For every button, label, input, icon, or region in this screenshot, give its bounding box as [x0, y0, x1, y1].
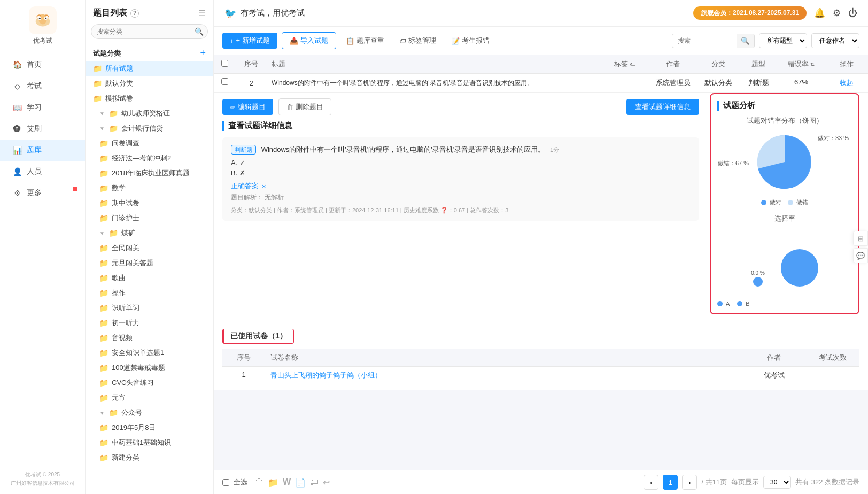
folder-icon: 📁	[99, 289, 108, 297]
cat-item[interactable]: ▼📁幼儿教师资格证	[86, 106, 213, 121]
logo-area: 优考试	[29, 6, 57, 45]
sidebar-item-ai[interactable]: 🅐 艾刷	[0, 118, 85, 140]
cat-item[interactable]: 📁2019年5月8日	[86, 420, 213, 435]
cat-item[interactable]: 📁元宵	[86, 390, 213, 405]
sidebar-item-library[interactable]: 📊 题库	[0, 140, 85, 161]
cat-item[interactable]: 📁期中试卷	[86, 196, 213, 211]
type-filter[interactable]: 所有题型	[759, 33, 807, 48]
select-all-checkbox[interactable]	[221, 60, 228, 67]
cat-item[interactable]: 📁经济法—考前冲刺2	[86, 151, 213, 166]
add-question-button[interactable]: + + 新增试题	[222, 33, 277, 49]
cat-item[interactable]: 📁音视频	[86, 330, 213, 345]
sidebar-item-more[interactable]: ⚙ 更多	[0, 182, 85, 204]
folder-icon: 📁	[99, 259, 108, 267]
add-cat-btn[interactable]: +	[200, 48, 206, 59]
cat-item[interactable]: 📁模拟试卷	[86, 91, 213, 106]
cat-item[interactable]: 📁数学	[86, 181, 213, 196]
export-btn[interactable]: 📄	[295, 477, 306, 488]
cat-item[interactable]: 📁安全知识单选题1	[86, 345, 213, 360]
cat-label: 全民闯关	[112, 243, 140, 253]
cat-label: 公众号	[121, 408, 142, 418]
app-logo-icon: 🐦	[224, 7, 236, 19]
cat-item[interactable]: ▼📁会计银行信贷	[86, 121, 213, 136]
edit-icon: ✏	[230, 103, 236, 111]
row-op: 收起	[825, 78, 868, 88]
sidebar-item-people[interactable]: 👤 人员	[0, 161, 85, 182]
sidebar-item-study[interactable]: 📖 学习	[0, 97, 85, 118]
folder-icon: 📁	[109, 408, 118, 417]
ai-icon: 🅐	[12, 124, 22, 134]
legend-a-dot	[717, 301, 723, 306]
row-title: Windows的附件中有一个叫'录音机'的程序，通过电脑的'录音机'录音是语音识…	[267, 78, 601, 88]
cat-item[interactable]: ▼📁煤矿	[86, 226, 213, 241]
notification-button[interactable]: 🔔	[814, 7, 825, 19]
delete-selected-btn[interactable]: 🗑	[255, 477, 264, 487]
answer-link[interactable]: 正确答案	[231, 181, 259, 191]
bubble-a	[781, 249, 818, 287]
category-title: 题目列表 ?	[93, 7, 139, 19]
folder-icon: 📁	[93, 94, 102, 103]
per-page-select[interactable]: 30	[763, 476, 791, 489]
people-icon: 👤	[12, 166, 22, 177]
collapse-button[interactable]: 收起	[840, 78, 854, 88]
cat-item[interactable]: 📁CVC头音练习	[86, 375, 213, 390]
dedup-button[interactable]: 📋 题库查重	[340, 33, 390, 49]
cat-item[interactable]: 📁歌曲	[86, 271, 213, 285]
col-check-header	[214, 60, 235, 68]
col-author-header: 作者	[649, 59, 697, 69]
u-col-author-header: 作者	[742, 353, 806, 362]
search-input[interactable]	[672, 34, 737, 47]
cat-item[interactable]: 📁门诊护士	[86, 211, 213, 226]
add-category-button[interactable]: ☰	[198, 8, 206, 18]
bottom-select-all[interactable]	[222, 479, 229, 486]
cat-item[interactable]: 📁所有试题	[86, 61, 213, 76]
cat-item[interactable]: 📁操作	[86, 285, 213, 300]
tag-selected-btn[interactable]: 🏷	[310, 477, 319, 487]
sidebar-item-home[interactable]: 🏠 首页	[0, 54, 85, 75]
delete-question-button[interactable]: 🗑 删除题目	[278, 98, 331, 115]
used-exams-section: 已使用试卷（1） 序号 试卷名称 作者 考试次数 1 青山头上飞翔的鸽子鸽子鸽（…	[214, 323, 868, 390]
folder-icon: 📁	[99, 334, 108, 342]
cat-item[interactable]: ▼📁公众号	[86, 405, 213, 420]
word-btn[interactable]: W	[283, 477, 291, 487]
sort-icon[interactable]: ⇅	[810, 61, 815, 67]
category-search-icon-btn[interactable]: 🔍	[195, 27, 204, 36]
category-list: 📁所有试题📁默认分类📁模拟试卷▼📁幼儿教师资格证▼📁会计银行信贷📁问卷调查📁经济…	[86, 61, 213, 465]
svg-point-4	[38, 18, 40, 19]
info-icon[interactable]: ?	[130, 9, 139, 18]
row-checkbox[interactable]	[221, 78, 228, 85]
cat-item[interactable]: 📁2018年临床执业医师真题	[86, 166, 213, 181]
cat-item[interactable]: 📁全民闯关	[86, 241, 213, 256]
next-page-btn[interactable]: ›	[682, 475, 697, 490]
tag-button[interactable]: 🏷 标签管理	[394, 33, 441, 49]
pie-chart-title: 试题对错率分布（饼图）	[717, 116, 852, 126]
page-1-btn[interactable]: 1	[663, 475, 678, 490]
search-button[interactable]: 🔍	[737, 34, 754, 48]
sidebar-item-exam[interactable]: ◇ 考试	[0, 75, 85, 97]
move-btn[interactable]: 📁	[268, 477, 278, 488]
edit-question-button[interactable]: ✏ 编辑题目	[222, 99, 273, 115]
author-filter[interactable]: 任意作者	[811, 33, 859, 48]
detail-action-bar: ✏ 编辑题目 🗑 删除题目 查看试题详细信息	[222, 93, 699, 121]
cat-item[interactable]: 📁初一听力	[86, 315, 213, 330]
cat-item[interactable]: 📁新建分类	[86, 450, 213, 465]
settings-button[interactable]: ⚙	[833, 7, 841, 19]
cat-item[interactable]: 📁元旦闯关答题	[86, 256, 213, 271]
folder-icon: 📁	[109, 124, 118, 133]
folder-icon: 📁	[93, 79, 102, 88]
float-chat-btn[interactable]: 💬	[853, 248, 868, 263]
float-table-btn[interactable]: ⊞	[853, 231, 868, 246]
prev-page-btn[interactable]: ‹	[644, 475, 658, 490]
cat-item[interactable]: 📁100道禁毒戒毒题	[86, 360, 213, 375]
report-button[interactable]: 📝 考生报错	[446, 33, 495, 49]
import-button[interactable]: 📥 导入试题	[282, 32, 336, 49]
import-bottom-btn[interactable]: ↩	[323, 477, 330, 488]
cat-item[interactable]: 📁默认分类	[86, 76, 213, 91]
cat-item[interactable]: 📁中药基础1基础知识	[86, 435, 213, 450]
category-search-input[interactable]	[91, 24, 208, 39]
view-detail-button[interactable]: 查看试题详细信息	[626, 99, 699, 115]
power-button[interactable]: ⏻	[848, 8, 857, 19]
cat-item[interactable]: 📁识听单词	[86, 300, 213, 315]
vip-badge[interactable]: 旗舰会员：2021.08.27-2025.07.31	[693, 6, 807, 20]
cat-item[interactable]: 📁问卷调查	[86, 136, 213, 151]
